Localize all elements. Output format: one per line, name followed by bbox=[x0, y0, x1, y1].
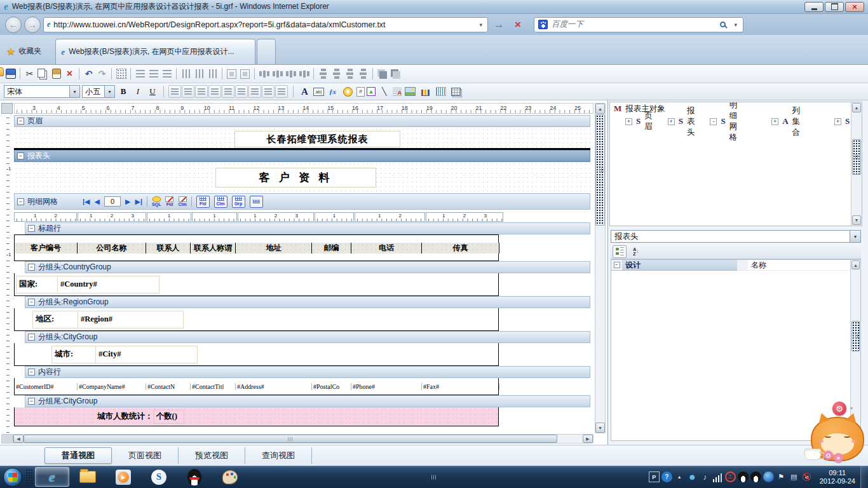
separator[interactable] bbox=[111, 68, 112, 79]
insert-label-icon[interactable]: A bbox=[298, 85, 311, 98]
center-in-band-icon[interactable] bbox=[238, 67, 252, 81]
text-align-top-left-icon[interactable] bbox=[168, 85, 181, 98]
undo-icon[interactable]: ↶ bbox=[82, 67, 95, 81]
insert-richtext-icon[interactable]: A bbox=[393, 88, 402, 96]
grid-button[interactable] bbox=[250, 196, 263, 208]
tree-item[interactable]: + S 标题行 bbox=[862, 115, 862, 128]
tray-show-hidden-icon[interactable]: ▲ bbox=[674, 471, 685, 482]
pet-menu-icon[interactable]: ▾ bbox=[850, 405, 853, 411]
collapse-icon[interactable]: − bbox=[28, 299, 35, 306]
report-title-textbox[interactable]: 长春拓维管理系统报表 bbox=[234, 131, 400, 147]
view-tab[interactable]: 普通视图 bbox=[44, 447, 112, 464]
sql-button[interactable]: SQL bbox=[152, 196, 161, 207]
record-number-input[interactable]: 0 bbox=[104, 196, 121, 207]
new-tab-stub[interactable] bbox=[257, 39, 276, 64]
column-header-cell[interactable]: 传真 bbox=[422, 243, 499, 254]
same-width-icon[interactable] bbox=[257, 67, 271, 81]
same-height-icon[interactable] bbox=[316, 67, 330, 81]
city-field[interactable]: #City# bbox=[96, 346, 198, 363]
tray-volume-muted-icon[interactable]: ◄ bbox=[801, 471, 812, 482]
grid-settings-icon[interactable] bbox=[114, 67, 128, 81]
tray-network-signal-icon[interactable] bbox=[712, 471, 723, 482]
region-field[interactable]: #Region# bbox=[78, 311, 184, 329]
tree-scrollbar[interactable]: ▲ ▼ bbox=[851, 102, 862, 226]
field-cell[interactable]: #CustomerID# bbox=[15, 383, 78, 390]
tree-item[interactable]: + A 列集合 bbox=[737, 115, 800, 128]
column-header-cell[interactable]: 地址 bbox=[236, 243, 312, 254]
region-label[interactable]: 地区: bbox=[32, 311, 78, 329]
customer-data-title-textbox[interactable]: 客 户 资 料 bbox=[215, 168, 376, 187]
separator[interactable] bbox=[254, 68, 255, 79]
field-cell[interactable]: #PostalCo bbox=[312, 383, 351, 390]
chevron-down-icon[interactable]: ▾ bbox=[104, 86, 114, 97]
taskbar-ie-button[interactable]: e bbox=[35, 467, 69, 487]
band-content-row[interactable]: − 内容行 bbox=[25, 366, 590, 378]
start-button[interactable] bbox=[0, 466, 25, 488]
scroll-thumb[interactable] bbox=[851, 321, 860, 351]
space-increase-vertical-icon[interactable] bbox=[343, 67, 356, 81]
chevron-down-icon[interactable]: ▾ bbox=[850, 231, 860, 242]
cut-icon[interactable]: ✂ bbox=[23, 67, 36, 81]
separator[interactable] bbox=[372, 68, 373, 79]
first-record-button[interactable]: |◀ bbox=[83, 198, 90, 206]
tree-item[interactable]: + S 页眉 bbox=[610, 115, 653, 128]
insert-chart-icon[interactable] bbox=[419, 85, 432, 98]
tray-flag-icon[interactable]: ⚑ bbox=[776, 471, 787, 482]
scroll-thumb[interactable] bbox=[852, 139, 861, 175]
align-middle-icon[interactable] bbox=[193, 67, 206, 81]
insert-textbox-icon[interactable]: ab| bbox=[313, 88, 324, 96]
send-to-back-icon[interactable] bbox=[389, 67, 402, 81]
band-page-header[interactable]: − 页眉 bbox=[14, 115, 590, 127]
stop-button[interactable]: × bbox=[510, 17, 526, 32]
tray-clipboard-icon[interactable]: ▤ bbox=[789, 471, 799, 482]
align-left-icon[interactable] bbox=[133, 67, 147, 81]
favorites-button[interactable]: ★ 收藏夹 bbox=[0, 40, 48, 62]
scroll-up-icon[interactable]: ▲ bbox=[595, 104, 605, 114]
collapse-icon[interactable]: − bbox=[614, 262, 620, 268]
tray-program-icon[interactable]: P bbox=[649, 471, 660, 482]
taskbar-paint-button[interactable] bbox=[213, 467, 247, 487]
column-header-cell[interactable]: 公司名称 bbox=[78, 243, 146, 254]
alphabetical-sort-button[interactable]: AZ ↓ bbox=[629, 245, 643, 258]
band-group-header-country[interactable]: − 分组头:CountryGroup bbox=[25, 261, 590, 273]
group-list-button[interactable]: Grp bbox=[232, 196, 245, 208]
separator[interactable] bbox=[20, 68, 20, 79]
country-label[interactable]: 国家: bbox=[16, 276, 58, 294]
field-cell[interactable]: #Phone# bbox=[351, 383, 422, 390]
font-family-select[interactable]: 宋体 ▾ bbox=[4, 85, 80, 98]
pet-close-button[interactable]: × bbox=[834, 453, 843, 463]
collapse-icon[interactable]: − bbox=[28, 334, 35, 341]
search-icon[interactable] bbox=[720, 22, 726, 27]
band-title-row[interactable]: − 标题行 bbox=[25, 222, 590, 234]
search-input[interactable]: 百度一下 bbox=[552, 19, 716, 30]
column-header-cell[interactable]: 客户编号 bbox=[15, 243, 78, 254]
tree-item[interactable]: + S 报表头 bbox=[653, 115, 695, 128]
categorized-view-button[interactable] bbox=[613, 245, 627, 258]
text-align-middle-right-icon[interactable] bbox=[235, 85, 248, 98]
taskbar-explorer-button[interactable] bbox=[71, 467, 105, 487]
italic-button[interactable]: I bbox=[132, 85, 144, 98]
show-desktop-button[interactable] bbox=[860, 466, 868, 488]
insert-pagenumber-icon[interactable]: # bbox=[356, 87, 365, 97]
space-equal-horizontal-icon[interactable] bbox=[271, 67, 284, 81]
expand-icon[interactable]: + bbox=[771, 118, 778, 125]
scroll-thumb[interactable] bbox=[595, 114, 605, 226]
collapse-icon[interactable]: − bbox=[28, 264, 35, 271]
search-dropdown-icon[interactable]: ▾ bbox=[732, 22, 739, 28]
insert-image-icon[interactable] bbox=[403, 85, 417, 98]
tray-messenger-icon[interactable]: ☻ bbox=[687, 471, 698, 482]
column-header-cell[interactable]: 联系人 bbox=[146, 243, 191, 254]
collapse-icon[interactable]: − bbox=[17, 198, 24, 205]
insert-subreport-icon[interactable] bbox=[449, 85, 463, 98]
space-decrease-horizontal-icon[interactable] bbox=[297, 67, 311, 81]
search-box[interactable]: 百度一下 ▾ bbox=[534, 17, 743, 32]
forward-button[interactable]: → bbox=[24, 17, 41, 33]
align-top-icon[interactable] bbox=[179, 67, 193, 81]
align-right-icon[interactable] bbox=[160, 67, 173, 81]
property-row[interactable]: − 设计 bbox=[611, 260, 737, 271]
separator[interactable] bbox=[130, 68, 131, 79]
view-tab[interactable]: 查询视图 bbox=[245, 447, 312, 464]
insert-time-icon[interactable] bbox=[341, 85, 355, 98]
tray-help-icon[interactable]: ? bbox=[661, 471, 672, 482]
column-list-button[interactable]: Clm bbox=[214, 196, 227, 208]
